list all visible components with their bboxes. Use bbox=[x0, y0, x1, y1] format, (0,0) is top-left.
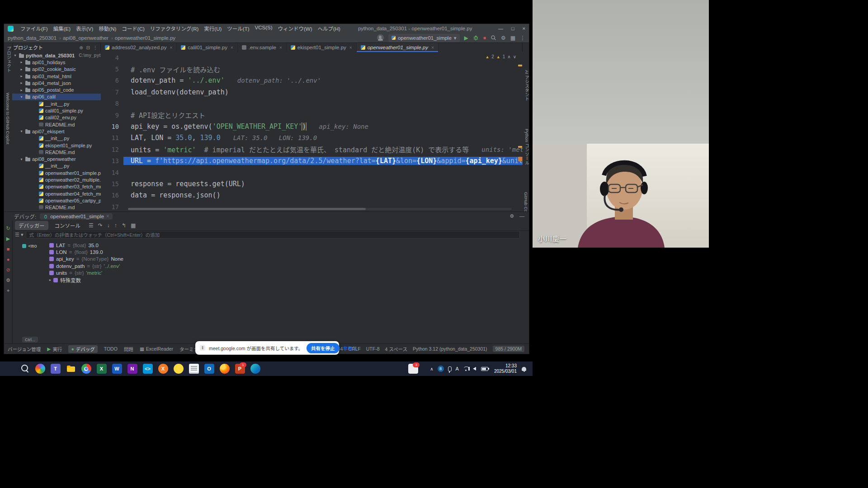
toolwindow-button-copilot-welcome[interactable]: Welcome to GitHub Copilot bbox=[5, 93, 10, 144]
tray-app-icon[interactable]: 3 bbox=[407, 363, 419, 375]
tree-chevron-icon[interactable]: ▸ bbox=[19, 88, 24, 92]
tree-item[interactable]: ▸ api05_postal_code bbox=[12, 86, 101, 93]
tree-chevron-icon[interactable]: ▸ bbox=[19, 67, 24, 71]
status-bar-item[interactable]: ▶ 実行 bbox=[47, 346, 62, 352]
tree-chevron-icon[interactable]: ▸ bbox=[19, 81, 24, 85]
line-number[interactable]: 11 bbox=[101, 134, 123, 141]
toolwindow-button-project[interactable]: プロジェクト bbox=[5, 47, 12, 72]
tree-chevron-icon[interactable]: ▾ bbox=[19, 95, 24, 99]
debug-rail-icon[interactable]: ■ bbox=[7, 247, 10, 252]
line-number[interactable]: 4 bbox=[101, 54, 123, 61]
debug-rail-icon[interactable]: ↻ bbox=[6, 226, 10, 231]
more-options-icon[interactable]: ⋮ bbox=[520, 35, 525, 41]
taskbar-app-icon[interactable] bbox=[173, 363, 184, 375]
status-bar-indicator[interactable]: 985 / 2900M bbox=[493, 346, 524, 352]
tree-chevron-icon[interactable]: ▾ bbox=[19, 157, 24, 161]
taskbar-app-icon[interactable]: O bbox=[203, 363, 215, 375]
frames-chip[interactable]: <mo bbox=[22, 243, 46, 249]
tree-item[interactable]: README.md bbox=[12, 121, 101, 128]
stop-sharing-button[interactable]: 共有を停止 bbox=[307, 343, 340, 353]
breadcrumb-item[interactable]: api08_openweather bbox=[63, 35, 113, 41]
close-tab-icon[interactable]: × bbox=[349, 45, 352, 50]
menu-item[interactable]: 実行(U) bbox=[202, 25, 224, 32]
debug-rail-icon[interactable]: ● bbox=[7, 257, 10, 262]
layout-grid-icon[interactable]: ▦ bbox=[510, 35, 515, 41]
line-number[interactable]: 6 bbox=[101, 77, 123, 84]
variable-row[interactable]: LAT = {float} 35.0 bbox=[49, 242, 520, 249]
run-button[interactable]: ▶ bbox=[464, 35, 468, 41]
settings-gear-icon[interactable]: ⚙ bbox=[501, 35, 506, 41]
tree-item[interactable]: calil02_env.py bbox=[12, 114, 101, 121]
menu-item[interactable]: VCS(S) bbox=[252, 25, 274, 32]
line-number[interactable]: 16 bbox=[101, 192, 123, 199]
status-bar-indicator[interactable]: 4 スペース bbox=[385, 346, 407, 352]
variable-row[interactable]: api_key = {NoneType} None bbox=[49, 256, 520, 263]
tree-item[interactable]: ▾ python_data_250301 C:\my_pyth bbox=[12, 52, 101, 59]
taskbar-clock[interactable]: 12:33 2025/03/01 bbox=[494, 363, 517, 375]
tree-item[interactable]: ▾ api08_openweather bbox=[12, 155, 101, 162]
debug-step-icon[interactable]: ↰ bbox=[120, 222, 128, 229]
taskbar-app-icon[interactable]: X bbox=[157, 363, 169, 375]
menu-item[interactable]: 移動(N) bbox=[96, 25, 118, 32]
tree-item[interactable]: ▸ api02_cookie_basic bbox=[12, 66, 101, 73]
variable-row[interactable]: dotenv_path = {str} '../.env' bbox=[49, 263, 520, 269]
line-number[interactable]: 9 bbox=[101, 112, 123, 119]
taskbar-app-icon[interactable]: P 1 bbox=[234, 363, 245, 375]
tray-badge-icon[interactable]: 8 bbox=[438, 366, 444, 372]
taskbar-app-icon[interactable] bbox=[188, 363, 199, 375]
line-number[interactable]: 14 bbox=[101, 169, 123, 176]
debug-step-icon[interactable]: ↷ bbox=[96, 222, 104, 229]
search-icon[interactable] bbox=[491, 35, 496, 41]
tree-chevron-icon[interactable]: ▸ bbox=[19, 74, 24, 78]
close-tab-icon[interactable]: × bbox=[431, 45, 434, 50]
tree-item[interactable]: __init__.py bbox=[12, 163, 101, 169]
panel-header-icon[interactable]: ⊟ bbox=[86, 45, 90, 50]
volume-icon[interactable] bbox=[473, 367, 476, 371]
line-number[interactable]: 12 bbox=[101, 146, 123, 153]
tree-item[interactable]: ▾ api07_ekispert bbox=[12, 128, 101, 135]
panel-header-icon[interactable]: ⊕ bbox=[79, 45, 83, 50]
breadcrumb-item[interactable]: openweather01_simple.py bbox=[115, 35, 175, 41]
taskbar-app-icon[interactable] bbox=[34, 363, 46, 375]
debug-rail-icon[interactable]: ⊘ bbox=[6, 267, 10, 272]
notification-bell-icon[interactable] bbox=[522, 367, 526, 371]
taskbar-app-icon[interactable] bbox=[250, 363, 261, 375]
tree-item[interactable]: ▸ api01_holidays bbox=[12, 59, 101, 66]
hide-link[interactable]: 非表示 bbox=[343, 345, 358, 352]
close-button[interactable]: × bbox=[523, 26, 525, 31]
taskbar-app-icon[interactable] bbox=[219, 363, 230, 375]
maximize-button[interactable]: □ bbox=[511, 26, 514, 31]
debug-rail-icon[interactable]: ⚙ bbox=[6, 278, 10, 283]
debug-rail-icon[interactable]: ▶ bbox=[6, 236, 10, 241]
taskbar-app-icon[interactable] bbox=[19, 363, 30, 375]
taskbar-app-icon[interactable]: N bbox=[127, 363, 138, 375]
toolwindow-button-python-console[interactable]: Python コンソール bbox=[524, 129, 529, 165]
debug-step-icon[interactable]: ↓ bbox=[105, 222, 112, 229]
taskbar-app-icon[interactable]: <> bbox=[142, 363, 153, 375]
code-editor[interactable]: 4 5 # .env ファイルを読み込む bbox=[101, 52, 523, 211]
next-issue-icon[interactable]: ∨ bbox=[513, 54, 516, 59]
status-bar-item[interactable]: 問題 bbox=[124, 346, 133, 352]
line-number[interactable]: 17 bbox=[101, 203, 123, 211]
taskbar-app-icon[interactable]: X bbox=[96, 363, 107, 375]
expand-chevron-icon[interactable]: ▸ bbox=[49, 278, 51, 282]
taskbar-app-icon[interactable] bbox=[80, 363, 92, 375]
tree-item[interactable]: ▸ api04_metal_json bbox=[12, 80, 101, 86]
line-number[interactable]: 7 bbox=[101, 89, 123, 96]
menu-item[interactable]: 表示(V) bbox=[74, 25, 95, 32]
user-avatar[interactable] bbox=[377, 34, 384, 41]
toolwindow-button-ai-assistant[interactable]: AI アシスタント bbox=[524, 70, 529, 101]
debug-rail-icon[interactable]: ⌖ bbox=[7, 288, 9, 293]
close-tab-icon[interactable]: × bbox=[279, 45, 282, 50]
panel-header-icon[interactable]: — bbox=[519, 213, 524, 219]
menu-item[interactable]: ファイル(F) bbox=[18, 25, 50, 32]
line-number[interactable]: 13 bbox=[101, 157, 123, 164]
editor-tab[interactable]: ekispert01_simple.py × bbox=[287, 43, 357, 52]
taskbar-app-icon[interactable]: T bbox=[50, 363, 61, 375]
editor-tab[interactable]: .env.sample × bbox=[238, 43, 287, 52]
close-tab-icon[interactable]: × bbox=[170, 45, 172, 50]
debug-button[interactable] bbox=[473, 35, 479, 41]
inspections-widget[interactable]: ▲2 ▲1 ∧ ∨ bbox=[483, 54, 518, 60]
taskbar-app-icon[interactable] bbox=[4, 363, 15, 375]
debug-step-icon[interactable]: ☰ bbox=[87, 222, 95, 229]
